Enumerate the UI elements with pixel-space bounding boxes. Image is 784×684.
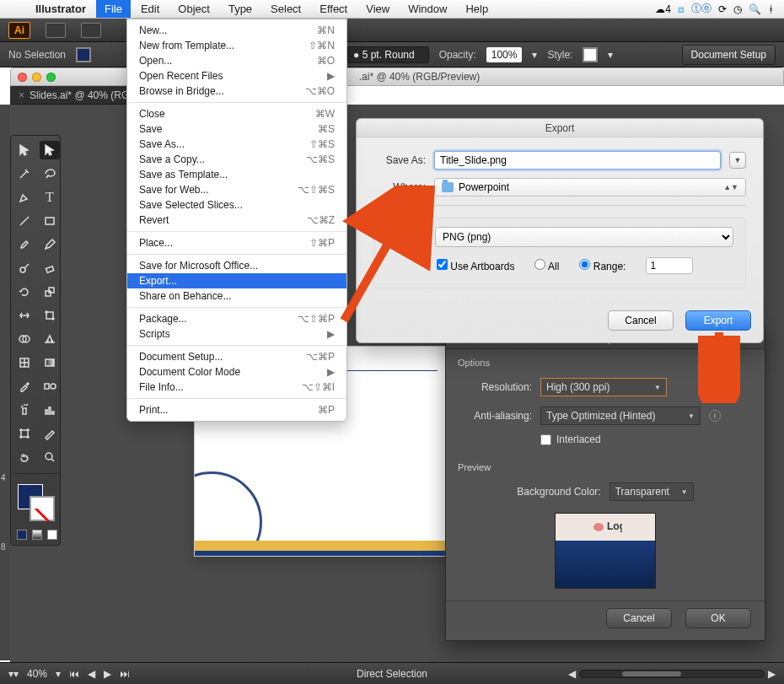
- shape-builder-tool-icon[interactable]: [14, 330, 35, 348]
- direct-selection-tool-icon[interactable]: [40, 141, 60, 159]
- line-tool-icon[interactable]: [14, 212, 35, 230]
- bg-color-dropdown[interactable]: Transparent▼: [609, 482, 694, 501]
- document-setup-button[interactable]: Document Setup: [682, 45, 776, 65]
- info-icon[interactable]: i: [709, 410, 721, 422]
- pen-tool-icon[interactable]: [14, 188, 35, 207]
- interlaced-checkbox[interactable]: [540, 434, 551, 445]
- menu-edit[interactable]: Edit: [132, 0, 168, 18]
- bluetooth-icon[interactable]: ᚼ: [768, 3, 774, 15]
- eyedropper-tool-icon[interactable]: [14, 377, 35, 396]
- mesh-tool-icon[interactable]: [14, 353, 35, 372]
- file-menu-item[interactable]: Share on Behance...: [127, 288, 346, 304]
- where-dropdown[interactable]: Powerpoint ▲▼: [434, 178, 746, 197]
- stroke-color-icon[interactable]: [30, 496, 55, 521]
- file-menu-item[interactable]: Close⌘W: [127, 106, 346, 121]
- file-menu-item[interactable]: Revert⌥⌘Z: [127, 213, 346, 228]
- blob-brush-tool-icon[interactable]: [14, 259, 35, 277]
- fill-stroke-control[interactable]: [14, 484, 60, 525]
- opacity-dropdown-icon[interactable]: ▾: [532, 49, 537, 61]
- bridge-icon[interactable]: [46, 23, 66, 38]
- zoom-tool-icon[interactable]: [40, 448, 60, 466]
- save-as-input[interactable]: [434, 151, 721, 170]
- menu-object[interactable]: Object: [169, 0, 218, 18]
- scale-tool-icon[interactable]: [40, 283, 60, 301]
- color-mode-gradient-icon[interactable]: [32, 530, 42, 540]
- symbol-sprayer-tool-icon[interactable]: [14, 401, 35, 419]
- file-menu-item[interactable]: Document Setup...⌥⌘P: [127, 349, 346, 364]
- horizontal-scrollbar[interactable]: [579, 670, 765, 678]
- png-ok-button[interactable]: OK: [685, 608, 751, 628]
- menu-effect[interactable]: Effect: [311, 0, 356, 18]
- file-menu-item[interactable]: Save Selected Slices...: [127, 197, 346, 213]
- timer-icon[interactable]: ◷: [733, 3, 742, 15]
- pencil-tool-icon[interactable]: [40, 235, 60, 254]
- png-cancel-button[interactable]: Cancel: [606, 608, 672, 628]
- use-artboards-checkbox[interactable]: Use Artboards: [437, 259, 514, 272]
- menu-window[interactable]: Window: [400, 0, 455, 18]
- export-confirm-button[interactable]: Export: [685, 310, 751, 331]
- file-menu-item[interactable]: New...⌘N: [127, 23, 346, 38]
- close-tab-icon[interactable]: ×: [19, 89, 24, 101]
- blend-tool-icon[interactable]: [40, 377, 60, 396]
- resolution-dropdown[interactable]: High (300 ppi)▼: [540, 378, 667, 396]
- artboard-tool-icon[interactable]: [14, 424, 35, 443]
- file-menu-item[interactable]: Place...⇧⌘P: [127, 235, 346, 250]
- file-menu-item[interactable]: Export...: [127, 273, 346, 288]
- all-radio[interactable]: All: [534, 259, 559, 272]
- hand-tool-icon[interactable]: [14, 448, 35, 466]
- file-menu-item[interactable]: New from Template...⇧⌘N: [127, 38, 346, 53]
- arrange-icon[interactable]: [81, 23, 101, 38]
- column-graph-tool-icon[interactable]: [40, 401, 60, 419]
- file-menu-item[interactable]: Save⌘S: [127, 121, 346, 137]
- file-menu-item[interactable]: Scripts▶: [127, 326, 346, 342]
- sync-icon[interactable]: ⟳: [718, 3, 727, 15]
- app-name-menu[interactable]: Illustrator: [27, 0, 94, 18]
- textexpander-icon[interactable]: ⓣⓔ: [691, 2, 712, 16]
- expand-dialog-icon[interactable]: ▼: [729, 152, 746, 169]
- file-menu-item[interactable]: Browse in Bridge...⌥⌘O: [127, 83, 346, 99]
- free-transform-tool-icon[interactable]: [40, 306, 60, 325]
- magic-wand-tool-icon[interactable]: [14, 164, 35, 183]
- file-menu-item[interactable]: Package...⌥⇧⌘P: [127, 311, 346, 326]
- zoom-window-icon[interactable]: [46, 73, 56, 82]
- file-menu-item[interactable]: File Info...⌥⇧⌘I: [127, 380, 346, 395]
- menu-file[interactable]: File: [96, 0, 131, 18]
- close-window-icon[interactable]: [18, 73, 27, 82]
- cloud-icon[interactable]: ☁︎4: [655, 3, 671, 15]
- menu-type[interactable]: Type: [220, 0, 260, 18]
- color-mode-none-icon[interactable]: [47, 530, 57, 540]
- rotate-tool-icon[interactable]: [14, 283, 35, 301]
- style-dropdown-icon[interactable]: ▾: [608, 49, 613, 61]
- dropbox-icon[interactable]: ⧈: [678, 3, 685, 15]
- export-cancel-button[interactable]: Cancel: [608, 310, 674, 331]
- rectangle-tool-icon[interactable]: [40, 212, 60, 230]
- gradient-tool-icon[interactable]: [40, 353, 60, 372]
- format-dropdown[interactable]: PNG (png): [435, 227, 733, 247]
- stroke-preset-dropdown[interactable]: ● 5 pt. Round: [347, 46, 429, 63]
- file-menu-item[interactable]: Document Color Mode▶: [127, 364, 346, 380]
- menu-help[interactable]: Help: [457, 0, 497, 18]
- color-mode-solid-icon[interactable]: [17, 530, 27, 540]
- opacity-input[interactable]: 100%: [486, 47, 523, 62]
- range-input[interactable]: [646, 257, 693, 274]
- type-tool-icon[interactable]: T: [40, 188, 60, 207]
- file-menu-item[interactable]: Print...⌘P: [127, 402, 346, 417]
- minimize-window-icon[interactable]: [32, 73, 41, 82]
- file-menu-item[interactable]: Save a Copy...⌥⌘S: [127, 152, 346, 167]
- paintbrush-tool-icon[interactable]: [14, 235, 35, 254]
- apple-icon[interactable]: [8, 7, 25, 12]
- width-tool-icon[interactable]: [14, 306, 35, 325]
- eraser-tool-icon[interactable]: [40, 259, 60, 277]
- selection-tool-icon[interactable]: [14, 141, 35, 159]
- slice-tool-icon[interactable]: [40, 424, 60, 443]
- file-menu-item[interactable]: Open...⌘O: [127, 53, 346, 68]
- file-menu-item[interactable]: Save As...⇧⌘S: [127, 137, 346, 152]
- file-menu-item[interactable]: Save as Template...: [127, 167, 346, 182]
- search-icon[interactable]: 🔍: [749, 3, 761, 15]
- perspective-grid-tool-icon[interactable]: [40, 330, 60, 348]
- lasso-tool-icon[interactable]: [40, 164, 60, 183]
- menu-select[interactable]: Select: [262, 0, 309, 18]
- menu-view[interactable]: View: [357, 0, 398, 18]
- anti-aliasing-dropdown[interactable]: Type Optimized (Hinted)▼: [540, 407, 701, 425]
- style-swatch[interactable]: [583, 47, 598, 62]
